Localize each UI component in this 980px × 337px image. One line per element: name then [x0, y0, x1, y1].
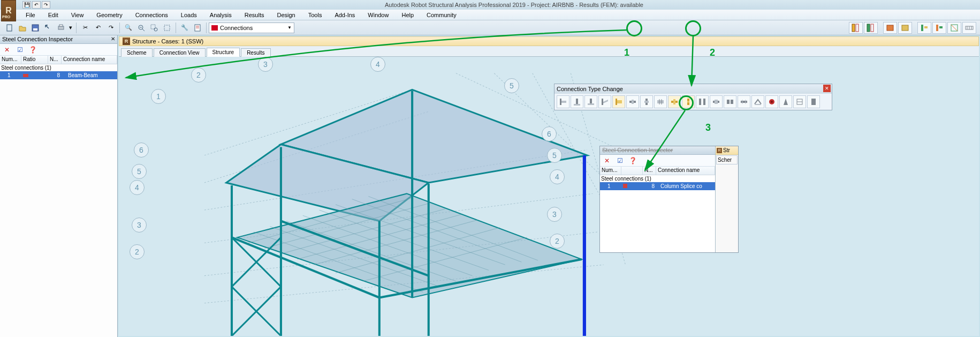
conn-btn-1[interactable]	[557, 95, 569, 108]
dropdown-icon[interactable]: ▾	[68, 22, 73, 34]
close-icon[interactable]: ✕	[823, 85, 831, 92]
menu-file[interactable]: File	[19, 11, 42, 19]
inspector-group[interactable]: Steel connections (1)	[0, 64, 117, 71]
print-icon[interactable]	[55, 22, 67, 34]
row-num: 1	[0, 72, 21, 78]
conn-btn-19[interactable]	[807, 95, 820, 108]
conn-btn-15[interactable]	[751, 95, 764, 108]
col-ratio[interactable]: Ratio	[21, 56, 48, 64]
conn-btn-3[interactable]	[584, 95, 597, 108]
col-name[interactable]: Connection name	[62, 56, 117, 64]
verify-icon[interactable]: ☑	[615, 156, 625, 166]
svg-rect-20	[921, 25, 923, 31]
design-btn-4[interactable]	[898, 22, 912, 34]
qat-save-icon[interactable]: 💾	[22, 1, 31, 9]
view-tabs: Scheme Connection View Structure Results	[119, 46, 979, 57]
help-icon[interactable]: ❓	[628, 156, 637, 166]
svg-rect-75	[574, 104, 580, 106]
select-icon[interactable]	[161, 22, 173, 34]
tab-connection-view[interactable]: Connection View	[154, 48, 206, 57]
menu-results[interactable]: Results	[238, 11, 271, 19]
svg-rect-78	[602, 99, 603, 105]
grid-label: 5	[504, 78, 519, 93]
menu-geometry[interactable]: Geometry	[90, 11, 128, 19]
menu-loads[interactable]: Loads	[174, 11, 203, 19]
zoom-in-icon[interactable]: 🔍	[123, 22, 134, 34]
conn-btn-11[interactable]	[696, 95, 709, 108]
save-icon[interactable]	[29, 22, 41, 34]
conn-btn-18[interactable]	[793, 95, 806, 108]
conn-btn-7[interactable]	[640, 95, 653, 108]
svg-rect-99	[715, 100, 718, 104]
tab-scheme[interactable]: Scheme	[121, 48, 153, 57]
flag-icon	[211, 25, 218, 31]
menu-design[interactable]: Design	[270, 11, 301, 19]
zoom-window-icon[interactable]	[148, 22, 160, 34]
structure-canvas[interactable]: 1 6 5 4 3 2 2 3 4 5 6 5 4 3 2	[119, 57, 979, 336]
connection-type-window: Connection Type Change ✕	[554, 84, 832, 110]
tab-structure[interactable]: Structure	[207, 48, 240, 57]
delete-icon[interactable]: ✕	[2, 45, 12, 55]
open-icon[interactable]	[17, 22, 28, 34]
svg-rect-72	[560, 99, 561, 105]
verify-icon[interactable]: ☑	[15, 45, 25, 55]
menu-view[interactable]: View	[65, 11, 90, 19]
close-icon[interactable]: ✕	[110, 36, 116, 42]
redo-icon[interactable]: ↷	[105, 22, 117, 34]
design-btn-6[interactable]	[932, 22, 946, 34]
col-num[interactable]: Num...	[0, 56, 21, 64]
delete-icon[interactable]: ✕	[602, 156, 612, 166]
conn-btn-14[interactable]	[738, 95, 750, 108]
nested-row[interactable]: 1 8 Column Splice co	[600, 182, 715, 190]
menu-tools[interactable]: Tools	[302, 11, 329, 19]
wrench-icon[interactable]: 🔧	[179, 22, 191, 34]
conn-btn-4[interactable]	[598, 95, 611, 108]
conn-btn-17[interactable]	[779, 95, 792, 108]
qat-redo-icon[interactable]: ↷	[42, 1, 50, 9]
svg-rect-22	[936, 25, 938, 31]
design-btn-3[interactable]	[883, 22, 897, 34]
tab-results[interactable]: Results	[241, 48, 270, 57]
svg-marker-42	[237, 193, 582, 297]
menu-window[interactable]: Window	[361, 11, 395, 19]
menu-community[interactable]: Community	[420, 11, 463, 19]
conn-btn-12[interactable]	[710, 95, 723, 108]
new-icon[interactable]	[4, 22, 16, 34]
grid-label: 2	[130, 244, 145, 259]
cut-icon[interactable]: ✂	[79, 22, 91, 34]
svg-rect-80	[617, 100, 622, 103]
row-name: Beam-Beam	[62, 72, 117, 78]
menu-connections[interactable]: Connections	[129, 11, 174, 19]
design-btn-1[interactable]	[849, 22, 863, 34]
conn-btn-5[interactable]	[612, 95, 625, 108]
qat-undo-icon[interactable]: ↶	[32, 1, 41, 9]
nested-group[interactable]: Steel connections (1)	[600, 175, 715, 182]
inspector-row[interactable]: 1 8 Beam-Beam	[0, 71, 117, 79]
conn-btn-10[interactable]	[682, 95, 695, 108]
conn-btn-13[interactable]	[724, 95, 736, 108]
zoom-out-icon[interactable]	[135, 22, 147, 34]
conn-btn-2[interactable]	[571, 95, 583, 108]
svg-rect-21	[924, 26, 928, 28]
conn-btn-6[interactable]	[626, 95, 639, 108]
design-btn-7[interactable]	[947, 22, 961, 34]
design-btn-8[interactable]	[962, 22, 976, 34]
menu-edit[interactable]: Edit	[42, 11, 65, 19]
conn-btn-9[interactable]	[668, 95, 681, 108]
undo-icon[interactable]: ↶	[92, 22, 104, 34]
design-btn-2[interactable]	[864, 22, 878, 34]
grid-label: 4	[130, 180, 145, 195]
connections-combo[interactable]: Connections ▼	[209, 23, 294, 33]
sheet-icon[interactable]	[192, 22, 203, 34]
menu-analysis[interactable]: Analysis	[203, 11, 238, 19]
conn-type-titlebar[interactable]: Connection Type Change ✕	[554, 84, 832, 94]
menu-help[interactable]: Help	[395, 11, 420, 19]
col-n[interactable]: N...	[48, 56, 62, 64]
conn-btn-16[interactable]	[765, 95, 778, 108]
svg-rect-100	[727, 100, 730, 104]
menu-addins[interactable]: Add-Ins	[328, 11, 361, 19]
arrow-icon[interactable]	[42, 22, 54, 34]
conn-btn-8[interactable]	[654, 95, 667, 108]
design-btn-5[interactable]	[917, 22, 931, 34]
help-icon[interactable]: ❓	[28, 45, 37, 55]
